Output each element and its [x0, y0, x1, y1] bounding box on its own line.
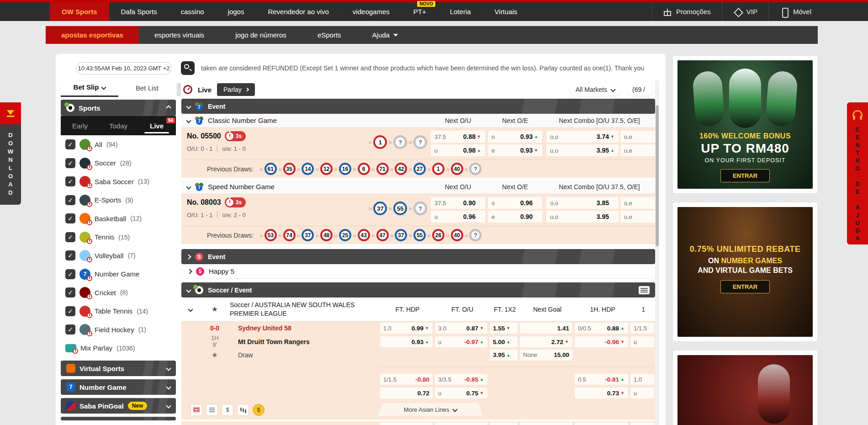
promo-banner-welcome-bonus[interactable]: 160% WELCOME BONUS UP TO RM480 ON YOUR F… [672, 55, 818, 194]
checkbox-checked[interactable]: ✓ [65, 176, 75, 186]
odds-cell[interactable]: 3.95 [490, 350, 518, 361]
parlay-button[interactable]: Parlay [217, 83, 255, 96]
sports-time-tab[interactable]: Today [99, 116, 138, 135]
subnav-item[interactable]: eSports [302, 26, 357, 44]
sidebar-sport-item[interactable]: ✓ Tennis (15) [61, 228, 176, 247]
odds-cell[interactable]: 1.0 [630, 374, 654, 385]
sports-time-tab[interactable]: Early [61, 116, 99, 135]
panel-splitter-handle[interactable]: ⋮ [177, 83, 181, 96]
coin-icon[interactable]: $ [253, 404, 265, 416]
odds-cell[interactable]: 37.50.88 [431, 131, 485, 143]
odds-cell[interactable]: o,e3.74 [620, 197, 655, 209]
sports-time-tab[interactable]: Live 94 [138, 116, 176, 135]
odds-cell[interactable]: u,o3.95 [546, 144, 619, 156]
checkbox-checked[interactable]: ✓ [65, 306, 75, 316]
entrar-button[interactable]: ENTRAR [720, 280, 770, 293]
odds-cell[interactable]: u [630, 336, 654, 347]
sidebar-section[interactable]: 7 Number Game [61, 379, 176, 395]
promo-banner-partial[interactable] [672, 350, 818, 425]
checkbox-checked[interactable]: ✓ [65, 139, 75, 149]
odds-cell[interactable]: 0.73 [575, 388, 628, 398]
odds-cell[interactable]: e0.90 [488, 211, 542, 223]
topnav-item[interactable]: videogames [341, 2, 402, 21]
sidebar-sport-item[interactable]: ✓ Table Tennis (14) [61, 302, 176, 321]
odds-cell[interactable]: 3/3.5-0.85 [435, 374, 487, 385]
odds-cell[interactable]: 5.00 [490, 336, 518, 347]
odds-cell[interactable]: u-0.97 [435, 336, 487, 347]
sidebar-mix-parlay[interactable]: Mix Parlay (1036) [61, 339, 176, 358]
checkbox-checked[interactable]: ✓ [65, 324, 75, 335]
topnav-item[interactable]: jogos [216, 2, 256, 21]
odds-cell[interactable]: 1/1.5 [630, 323, 654, 334]
odds-cell[interactable]: o0.93 [488, 131, 542, 143]
happy5-section-header[interactable]: 5 Happy 5 [181, 264, 655, 279]
sidebar-sport-item[interactable]: ✓ Cricket (8) [61, 283, 176, 302]
odds-cell[interactable]: u,e3.95 [620, 144, 655, 156]
number-game-event-header[interactable]: 7 Event [181, 99, 655, 114]
promo-banner-rebate[interactable]: 0.75% UNLIMITED REBATE ON NUMBER GAMES A… [672, 202, 818, 342]
odds-cell[interactable]: 1.55 [490, 323, 518, 334]
league-name[interactable]: Soccer / AUSTRALIA NEW SOUTH WALES PREMI… [230, 301, 380, 317]
cashout-icon[interactable]: $ [222, 404, 233, 416]
odds-cell[interactable]: o,e3.74 [620, 131, 655, 143]
odds-cell[interactable]: None15.00 [520, 350, 572, 361]
scrollbar[interactable] [655, 80, 659, 425]
soccer-event-header[interactable]: Soccer / Event [181, 282, 655, 298]
subnav-item[interactable]: apostas esportivas [46, 26, 139, 44]
checkbox-checked[interactable]: ✓ [65, 250, 75, 260]
sidebar-sport-item[interactable]: ✓ Soccer (28) [61, 154, 176, 173]
more-asian-lines-button[interactable]: More Asian Lines [378, 403, 483, 416]
odds-cell[interactable]: o,o3.74 [546, 131, 619, 143]
topnav-utility-item[interactable]: Móvel [768, 2, 822, 21]
odds-cell[interactable]: u0.98 [431, 144, 485, 156]
statistics-icon[interactable] [237, 404, 249, 416]
checkbox-checked[interactable]: ✓ [65, 195, 75, 205]
subnav-item[interactable]: Ajuda [357, 26, 413, 44]
subnav-item[interactable]: esportes virtuais [139, 26, 220, 44]
odds-cell[interactable]: u0.96 [431, 211, 485, 223]
favorite-star-icon[interactable]: ★ [212, 305, 218, 313]
sidebar-sport-item[interactable]: ✓ 7 Number Game [61, 265, 176, 284]
sidebar-sport-item[interactable]: ✓ Field Hockey (1) [61, 320, 176, 339]
odds-cell[interactable]: -0.96 [575, 336, 628, 347]
live-stream-icon[interactable] [191, 404, 202, 416]
game-title-cell[interactable]: 7 Speed Number Game [181, 183, 429, 191]
topnav-utility-item[interactable]: Promoções [651, 2, 722, 21]
odds-cell[interactable]: u,o3.95 [546, 211, 619, 223]
sports-panel-header[interactable]: Sports [61, 100, 176, 116]
odds-cell[interactable]: 0.93 [380, 336, 433, 347]
sidebar-section[interactable]: Virtual Sports [61, 361, 176, 376]
checkbox-checked[interactable]: ✓ [65, 213, 75, 223]
all-markets-dropdown[interactable]: All Markets [569, 83, 621, 96]
topnav-item[interactable]: Virtuais [483, 2, 529, 21]
odds-cell[interactable]: 2.72 [520, 336, 572, 347]
odds-cell[interactable]: e0.93 [488, 144, 542, 156]
download-icon[interactable] [0, 102, 21, 124]
tab-bet-list[interactable]: Bet List [118, 79, 176, 97]
scrollbar-thumb[interactable] [656, 105, 659, 246]
search-button[interactable] [181, 61, 195, 75]
topnav-item[interactable]: cassino [169, 2, 216, 21]
sidebar-sport-item[interactable]: ✓ Basketball (12) [61, 209, 176, 228]
topnav-item[interactable]: Revendedor ao vivo [256, 2, 340, 21]
odds-cell[interactable]: 0.5-0.81 [575, 374, 628, 385]
sidebar-sport-item[interactable]: ✓ Saba Soccer (13) [61, 172, 176, 191]
odds-cell[interactable]: o,o3.85 [546, 197, 619, 209]
checkbox-checked[interactable]: ✓ [65, 232, 75, 242]
odds-cell[interactable]: 0/0.50.88 [575, 323, 628, 334]
display-settings-icon[interactable] [639, 286, 650, 294]
odds-cell[interactable]: u0.75 [435, 388, 487, 398]
topnav-item[interactable]: Dafa Sports [109, 2, 169, 21]
odds-cell[interactable]: u,e3.85 [620, 211, 655, 223]
favorite-star-icon[interactable]: ★ [212, 351, 218, 359]
game-title-cell[interactable]: 7 Classic Number Game [181, 117, 429, 125]
odds-cell[interactable]: 1/1.5-0.80 [380, 374, 433, 385]
sidebar-sport-item[interactable]: ✓ All (94) [61, 135, 176, 154]
odds-cell[interactable]: 1.41 [520, 323, 572, 334]
topnav-item[interactable]: NOVO PT+ [402, 2, 438, 21]
headset-icon[interactable] [847, 102, 868, 124]
checkbox-checked[interactable]: ✓ [65, 269, 75, 279]
match-lines-icon[interactable] [206, 404, 218, 416]
download-tab-label[interactable]: DOWNLOAD [0, 124, 21, 205]
subnav-item[interactable]: jogo de números [220, 26, 302, 44]
